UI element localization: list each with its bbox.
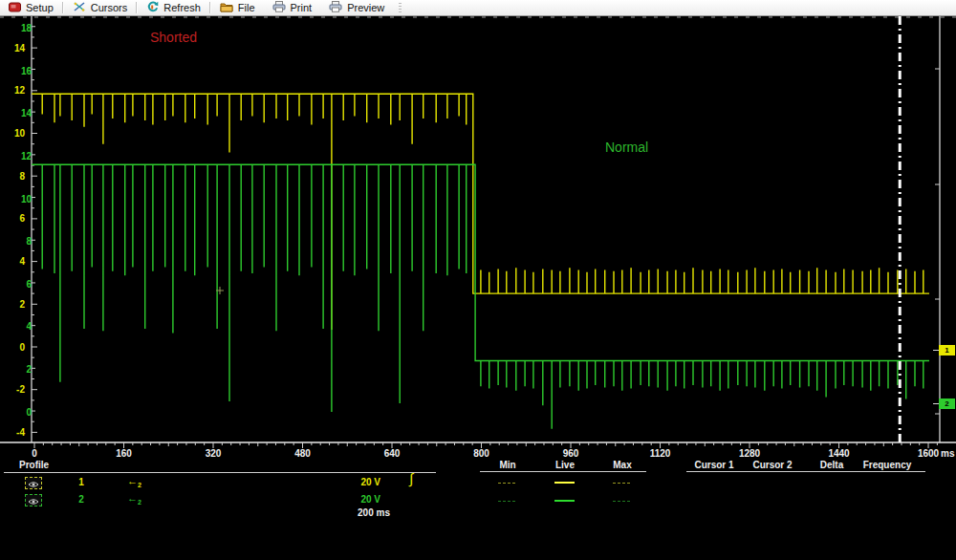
menu-refresh-label: Refresh — [163, 2, 201, 13]
y-axis-label-ch1: -2 — [16, 384, 25, 395]
shorted-annotation: Shorted — [150, 30, 197, 45]
transport-bar: 00:03:920 « ◄ ► » x8 — [0, 521, 956, 560]
print-icon — [272, 1, 286, 14]
y-axis-label-ch1: 4 — [19, 256, 25, 267]
x-axis-label: 1280 — [739, 448, 761, 459]
menu-preview-label: Preview — [347, 2, 384, 13]
ch1-min-value — [498, 483, 515, 484]
y-axis-label-ch2: 14 — [21, 108, 33, 118]
ch2-max-value — [613, 501, 630, 502]
y-axis-label-ch2: 18 — [21, 23, 33, 33]
eye-icon — [28, 475, 39, 492]
waveform-plot: 14121086420-2-41816141210864200160320480… — [0, 0, 956, 521]
y-axis-label-ch2: 2 — [26, 364, 32, 375]
cursors-icon — [73, 1, 86, 14]
menu-setup[interactable]: Setup — [0, 0, 62, 15]
y-axis-label-ch2: 6 — [26, 279, 32, 290]
menu-cursors[interactable]: Cursors — [64, 0, 137, 15]
x-axis-label: 960 — [563, 448, 579, 459]
ch2-live-value — [554, 500, 575, 502]
panel-divider — [686, 471, 925, 472]
channel-1-number: 1 — [76, 477, 87, 487]
y-axis-label-ch2: 16 — [21, 66, 33, 76]
ch1-live-value — [554, 482, 575, 484]
channel-1-visibility-toggle[interactable] — [25, 477, 42, 489]
x-axis-label: 640 — [384, 448, 401, 459]
cursor1-header: Cursor 1 — [685, 460, 743, 470]
panel-divider — [4, 472, 436, 473]
file-icon — [220, 2, 233, 14]
y-axis-label-ch1: 0 — [19, 342, 25, 353]
live-header: Live — [549, 460, 581, 470]
channel-2-number: 2 — [76, 494, 87, 505]
channel-2-scale[interactable]: 20 V — [352, 494, 380, 505]
channel-1-scale[interactable]: 20 V — [352, 477, 380, 487]
y-axis-label-ch1: 2 — [19, 299, 25, 310]
y-axis-label-ch2: 0 — [26, 407, 32, 418]
profile-header: Profile — [19, 460, 49, 470]
menu-print[interactable]: Print — [264, 0, 321, 15]
x-axis-unit: ms — [941, 448, 955, 459]
menu-preview[interactable]: Preview — [320, 0, 393, 15]
menu-setup-label: Setup — [26, 2, 54, 13]
y-axis-label-ch1: 6 — [19, 213, 25, 224]
menu-cursors-label: Cursors — [91, 2, 128, 13]
toolbar-grip[interactable] — [399, 3, 402, 13]
y-axis-label-ch1: 8 — [19, 171, 25, 182]
x-axis-label: 1440 — [828, 448, 850, 459]
x-axis-label: 0 — [32, 448, 37, 459]
eye-icon — [28, 492, 39, 509]
y-axis-label-ch1: 12 — [14, 85, 26, 96]
x-axis-label: 1120 — [650, 448, 671, 459]
x-axis-label: 800 — [473, 448, 489, 459]
refresh-icon — [146, 1, 159, 14]
channel-1-marker[interactable]: 1 — [939, 345, 955, 355]
x-axis-label: 160 — [116, 448, 132, 459]
menu-toolbar: Setup Cursors Refresh File Pr — [0, 0, 956, 16]
normal-annotation: Normal — [605, 140, 648, 155]
delta-header: Delta — [808, 460, 856, 470]
ch2-min-value — [498, 501, 515, 502]
menu-file-label: File — [238, 2, 255, 13]
channel-2-arrow-icon[interactable]: ←2 — [127, 492, 141, 506]
frequency-header: Frequency — [858, 460, 916, 470]
y-axis-label-ch1: -4 — [16, 427, 25, 438]
y-axis-label-ch2: 4 — [26, 321, 32, 332]
min-header: Min — [491, 460, 524, 470]
x-axis-label: 1600 — [918, 448, 940, 459]
x-axis-label: 320 — [206, 448, 222, 459]
menu-refresh[interactable]: Refresh — [138, 0, 209, 15]
y-axis-label-ch2: 10 — [21, 194, 33, 205]
scope-app: 14121086420-2-41816141210864200160320480… — [0, 0, 956, 560]
x-axis-label: 480 — [294, 448, 311, 459]
setup-icon — [9, 2, 21, 14]
y-axis-label-ch1: 14 — [14, 43, 26, 54]
channel-2-waveform — [32, 164, 929, 429]
trigger-slope-icon[interactable]: ∫ — [409, 470, 413, 486]
ch1-max-value — [613, 483, 630, 484]
timebase-value[interactable]: 200 ms — [354, 507, 394, 518]
preview-icon — [329, 1, 342, 14]
channel-2-marker[interactable]: 2 — [939, 398, 955, 409]
menu-file[interactable]: File — [211, 0, 264, 15]
max-header: Max — [606, 460, 639, 470]
channel-1-waveform — [32, 94, 929, 330]
panel-divider — [480, 471, 646, 472]
y-axis-label-ch1: 10 — [14, 128, 26, 139]
cursor2-header: Cursor 2 — [744, 460, 801, 470]
channel-2-visibility-toggle[interactable] — [25, 494, 42, 506]
y-axis-label-ch2: 12 — [21, 151, 33, 162]
channel-1-arrow-icon[interactable]: ←2 — [127, 475, 141, 488]
menu-print-label: Print — [291, 2, 313, 13]
y-axis-label-ch2: 8 — [26, 236, 32, 247]
